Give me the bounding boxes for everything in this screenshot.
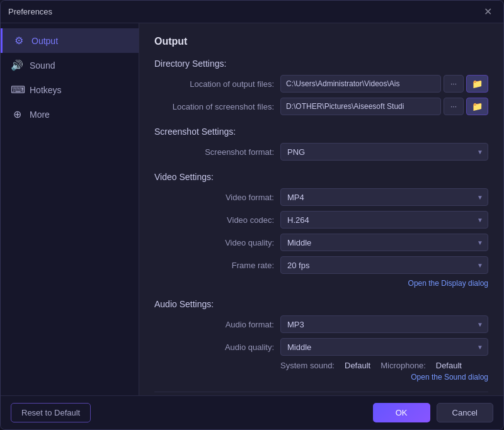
output-files-label: Location of output files:	[154, 79, 280, 89]
video-format-row: Video format: MP4 AVI MOV MKV ▼	[154, 188, 488, 206]
sidebar: ⚙ Output 🔊 Sound ⌨ Hotkeys ⊕ More	[1, 23, 139, 395]
video-format-select[interactable]: MP4 AVI MOV MKV	[280, 188, 488, 206]
sound-divider	[154, 392, 488, 392]
sidebar-item-output[interactable]: ⚙ Output	[1, 28, 139, 53]
audio-format-row: Audio format: MP3 AAC WAV FLAC ▼	[154, 315, 488, 333]
output-icon: ⚙	[13, 35, 25, 47]
audio-settings-title: Audio Settings:	[154, 299, 488, 309]
frame-rate-label: Frame rate:	[154, 261, 280, 270]
main-content: ⚙ Output 🔊 Sound ⌨ Hotkeys ⊕ More Output…	[1, 23, 503, 395]
video-codec-wrapper: H.264 H.265 MPEG-4 ▼	[280, 211, 488, 229]
video-settings-title: Video Settings:	[154, 172, 488, 182]
screenshot-files-dots-button[interactable]: ···	[444, 98, 464, 115]
frame-rate-controls: 15 fps 20 fps 24 fps 30 fps 60 fps ▼	[280, 256, 488, 274]
screenshot-files-folder-button[interactable]: 📁	[466, 98, 488, 115]
display-dialog-link[interactable]: Open the Display dialog	[154, 279, 488, 288]
video-codec-label: Video codec:	[154, 215, 280, 225]
audio-format-wrapper: MP3 AAC WAV FLAC ▼	[280, 315, 488, 333]
frame-rate-row: Frame rate: 15 fps 20 fps 24 fps 30 fps …	[154, 256, 488, 274]
screenshot-settings-title: Screenshot Settings:	[154, 127, 488, 137]
video-codec-row: Video codec: H.264 H.265 MPEG-4 ▼	[154, 211, 488, 229]
video-format-label: Video format:	[154, 193, 280, 202]
video-quality-controls: High Middle Low ▼	[280, 234, 488, 251]
page-title: Output	[154, 36, 488, 47]
screenshot-files-row: Location of screenshot files: ··· 📁	[154, 98, 488, 115]
sidebar-item-hotkeys-label: Hotkeys	[30, 85, 62, 95]
audio-quality-wrapper: High Middle Low ▼	[280, 338, 488, 356]
screenshot-files-controls: ··· 📁	[280, 98, 488, 115]
screenshot-format-label: Screenshot format:	[154, 147, 280, 157]
video-quality-row: Video quality: High Middle Low ▼	[154, 234, 488, 251]
sound-dialog-link[interactable]: Open the Sound dialog	[154, 373, 488, 382]
directory-settings-title: Directory Settings:	[154, 59, 488, 69]
audio-quality-controls: High Middle Low ▼	[280, 338, 488, 356]
screenshot-format-select[interactable]: PNG JPG BMP	[280, 143, 488, 161]
frame-rate-wrapper: 15 fps 20 fps 24 fps 30 fps 60 fps ▼	[280, 256, 488, 274]
output-files-folder-button[interactable]: 📁	[466, 75, 488, 93]
microphone-value: Default	[436, 361, 462, 370]
hotkeys-icon: ⌨	[11, 84, 23, 96]
audio-format-label: Audio format:	[154, 320, 280, 329]
screenshot-format-wrapper: PNG JPG BMP ▼	[280, 143, 488, 161]
bottom-right-buttons: OK Cancel	[373, 403, 493, 422]
audio-quality-row: Audio quality: High Middle Low ▼	[154, 338, 488, 356]
sidebar-item-hotkeys[interactable]: ⌨ Hotkeys	[1, 77, 139, 102]
screenshot-format-controls: PNG JPG BMP ▼	[280, 143, 488, 161]
sidebar-item-sound-label: Sound	[30, 60, 55, 71]
ok-button[interactable]: OK	[373, 403, 430, 422]
sidebar-item-more-label: More	[30, 110, 50, 120]
video-quality-wrapper: High Middle Low ▼	[280, 234, 488, 251]
output-files-dots-button[interactable]: ···	[444, 75, 464, 93]
video-format-controls: MP4 AVI MOV MKV ▼	[280, 188, 488, 206]
bottom-bar: Reset to Default OK Cancel	[1, 395, 503, 429]
dialog-title: Preferences	[8, 7, 52, 16]
output-files-row: Location of output files: ··· 📁	[154, 75, 488, 93]
title-bar: Preferences ✕	[1, 1, 503, 23]
audio-format-select[interactable]: MP3 AAC WAV FLAC	[280, 315, 488, 333]
screenshot-files-label: Location of screenshot files:	[154, 102, 280, 111]
content-area: Output Directory Settings: Location of o…	[139, 23, 503, 395]
system-sound-label: System sound:	[280, 361, 335, 370]
reset-button[interactable]: Reset to Default	[11, 403, 91, 422]
microphone-label: Microphone:	[381, 361, 426, 370]
audio-format-controls: MP3 AAC WAV FLAC ▼	[280, 315, 488, 333]
sidebar-item-sound[interactable]: 🔊 Sound	[1, 53, 139, 77]
video-quality-label: Video quality:	[154, 238, 280, 247]
video-format-wrapper: MP4 AVI MOV MKV ▼	[280, 188, 488, 206]
output-files-input[interactable]	[280, 75, 441, 93]
preferences-dialog: Preferences ✕ ⚙ Output 🔊 Sound ⌨ Hotkeys…	[0, 0, 504, 430]
video-codec-controls: H.264 H.265 MPEG-4 ▼	[280, 211, 488, 229]
frame-rate-select[interactable]: 15 fps 20 fps 24 fps 30 fps 60 fps	[280, 256, 488, 274]
output-files-controls: ··· 📁	[280, 75, 488, 93]
cancel-button[interactable]: Cancel	[437, 403, 493, 422]
system-sound-value: Default	[345, 361, 370, 370]
audio-quality-select[interactable]: High Middle Low	[280, 338, 488, 356]
audio-quality-label: Audio quality:	[154, 342, 280, 352]
video-quality-select[interactable]: High Middle Low	[280, 234, 488, 251]
sound-icon: 🔊	[11, 59, 23, 71]
sidebar-item-output-label: Output	[32, 36, 58, 46]
sidebar-item-more[interactable]: ⊕ More	[1, 102, 139, 127]
system-sound-row: System sound: Default Microphone: Defaul…	[154, 361, 488, 370]
more-icon: ⊕	[11, 108, 23, 120]
screenshot-format-row: Screenshot format: PNG JPG BMP ▼	[154, 143, 488, 161]
video-codec-select[interactable]: H.264 H.265 MPEG-4	[280, 211, 488, 229]
screenshot-files-input[interactable]	[280, 98, 441, 115]
close-button[interactable]: ✕	[480, 6, 496, 18]
